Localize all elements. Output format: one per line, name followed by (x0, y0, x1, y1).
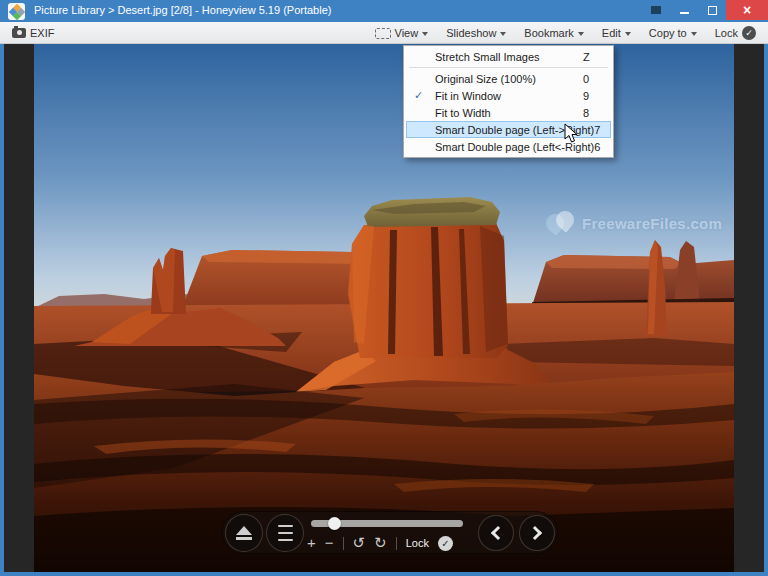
copy-to-button[interactable]: Copy to (643, 22, 703, 44)
lock-check-icon[interactable]: ✓ (438, 536, 453, 551)
open-file-button[interactable] (225, 514, 263, 552)
chevron-down-icon (500, 32, 506, 36)
menu-item-fit-in-window[interactable]: ✓ Fit in Window 9 (406, 87, 611, 104)
fullscreen-button[interactable] (642, 0, 670, 20)
photo-desert-monument-valley (34, 44, 734, 572)
copy-to-label: Copy to (649, 27, 687, 39)
toolbar: EXIF View Slideshow Bookmark Edit Copy t… (0, 22, 768, 44)
menu-item-original-size[interactable]: ✓ Original Size (100%) 0 (406, 70, 611, 87)
exif-label: EXIF (30, 27, 54, 39)
camera-icon (12, 28, 26, 38)
check-circle-icon: ✓ (742, 26, 756, 40)
exif-button[interactable]: EXIF (6, 22, 60, 44)
viewer-canvas: FreewareFiles.com + − ↺ ↻ Lock ✓ (4, 44, 764, 572)
chevron-down-icon (625, 32, 631, 36)
position-slider[interactable] (311, 520, 463, 527)
previous-image-button[interactable] (478, 515, 514, 551)
chevron-left-icon (491, 526, 505, 540)
check-icon: ✓ (414, 89, 423, 102)
menu-item-smart-double-page-ltr[interactable]: ✓ Smart Double page (Left->Right) 7 (406, 121, 611, 138)
chevron-right-icon (528, 526, 542, 540)
lock-label: Lock (406, 537, 429, 549)
lock-toggle[interactable]: Lock ✓ (709, 22, 762, 44)
menu-button[interactable] (266, 514, 304, 552)
rotate-cw-button[interactable]: ↻ (374, 534, 387, 552)
minimize-button[interactable] (670, 0, 698, 20)
menu-item-fit-to-width[interactable]: ✓ Fit to Width 8 (406, 104, 611, 121)
slideshow-label: Slideshow (446, 27, 496, 39)
honeyview-logo-icon (8, 3, 25, 20)
chevron-down-icon (578, 32, 584, 36)
view-menu: ✓ Stretch Small Images Z ✓ Original Size… (403, 45, 614, 158)
divider (396, 537, 397, 550)
app-window: Picture Library > Desert.jpg [2/8] - Hon… (0, 0, 768, 576)
eject-icon (236, 526, 252, 535)
slider-knob[interactable] (328, 517, 341, 530)
menu-separator (409, 67, 608, 68)
edit-label: Edit (602, 27, 621, 39)
chevron-down-icon (422, 32, 428, 36)
edit-button[interactable]: Edit (596, 22, 637, 44)
next-image-button[interactable] (519, 515, 555, 551)
titlebar: Picture Library > Desert.jpg [2/8] - Hon… (0, 0, 768, 22)
maximize-button[interactable] (698, 0, 726, 20)
zoom-in-button[interactable]: + (307, 534, 316, 552)
close-button[interactable]: × (726, 0, 768, 20)
minimize-icon (680, 12, 689, 14)
view-button[interactable]: View (369, 22, 435, 44)
view-label: View (395, 27, 419, 39)
chevron-down-icon (691, 32, 697, 36)
menu-item-smart-double-page-rtl[interactable]: ✓ Smart Double page (Left<-Right) 6 (406, 138, 611, 155)
maximize-icon (708, 6, 717, 15)
zoom-out-button[interactable]: − (325, 534, 334, 552)
divider (343, 537, 344, 550)
rotate-ccw-button[interactable]: ↺ (353, 534, 366, 552)
lock-label: Lock (715, 27, 738, 39)
close-icon: × (743, 3, 751, 17)
window-title: Picture Library > Desert.jpg [2/8] - Hon… (34, 4, 331, 16)
fit-window-icon (375, 28, 391, 39)
slideshow-button[interactable]: Slideshow (440, 22, 512, 44)
bookmark-label: Bookmark (524, 27, 574, 39)
menu-item-stretch-small-images[interactable]: ✓ Stretch Small Images Z (406, 48, 611, 65)
fullscreen-icon (651, 6, 661, 14)
bookmark-button[interactable]: Bookmark (518, 22, 590, 44)
bottom-control-bar: + − ↺ ↻ Lock ✓ (222, 511, 558, 554)
